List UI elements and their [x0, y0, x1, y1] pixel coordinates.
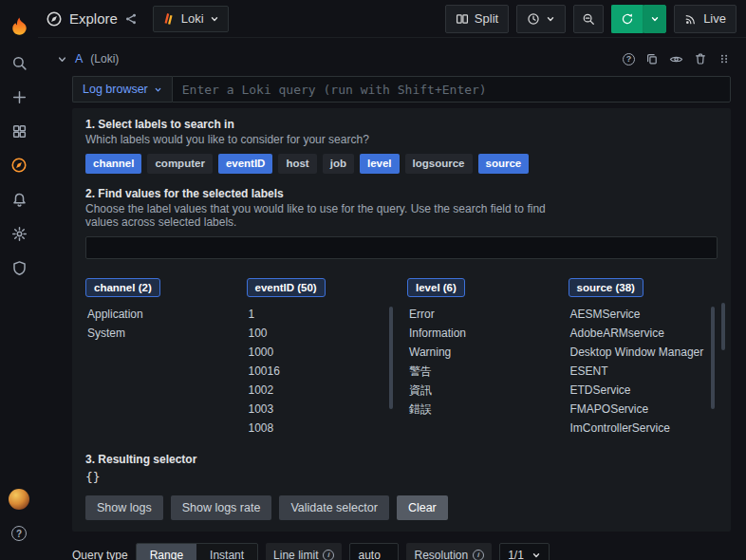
value-item[interactable]: 1000 [247, 343, 397, 362]
label-chip-logsource[interactable]: logsource [405, 154, 473, 174]
datasource-picker[interactable]: Loki [153, 6, 229, 32]
value-column-source: source (38) AESMService AdobeARMservice … [569, 278, 718, 438]
scrollbar[interactable] [721, 303, 725, 350]
resolution-label: Resolution [414, 549, 468, 560]
avatar[interactable] [9, 489, 29, 510]
grafana-logo[interactable] [9, 8, 30, 46]
query-ref-id: A [75, 52, 83, 65]
step1-subtitle: Which labels would you like to consider … [85, 133, 560, 146]
sidebar-item-create[interactable] [0, 80, 38, 114]
value-item[interactable]: 1008 [247, 419, 397, 438]
label-chip-source[interactable]: source [478, 154, 530, 174]
label-chip-eventid[interactable]: eventID [218, 154, 273, 174]
query-type-range-option[interactable]: Range [137, 544, 196, 560]
show-logs-button[interactable]: Show logs [85, 495, 163, 520]
search-icon [11, 55, 28, 71]
sidebar-item-search[interactable] [0, 46, 38, 80]
value-column-header[interactable]: level (6) [407, 278, 465, 297]
live-button-label: Live [703, 11, 726, 26]
explore-pane: A (Loki) Log browser [38, 38, 746, 560]
scrollbar[interactable] [389, 307, 393, 409]
value-item[interactable]: 1002 [247, 381, 397, 400]
share-icon[interactable] [124, 12, 138, 26]
label-chip-level[interactable]: level [360, 154, 400, 174]
duplicate-query-button[interactable] [645, 52, 659, 65]
resolution-select[interactable]: 1/1 [499, 543, 550, 560]
chevron-down-icon [154, 85, 162, 94]
query-type-instant-option[interactable]: Instant [196, 544, 257, 560]
line-limit-input[interactable] [349, 543, 399, 560]
remove-query-button[interactable] [694, 52, 707, 65]
validate-selector-button[interactable]: Validate selector [279, 495, 389, 520]
value-column-header[interactable]: channel (2) [85, 278, 160, 297]
info-icon[interactable] [473, 550, 484, 560]
top-bar: Explore Loki Split [38, 0, 746, 38]
resulting-selector-value: {} [85, 470, 718, 484]
value-item[interactable]: Information [407, 324, 557, 343]
value-item[interactable]: Error [407, 305, 557, 324]
grafana-logo-icon [9, 16, 30, 38]
value-column-header[interactable]: eventID (50) [247, 278, 326, 297]
value-item[interactable]: 資訊 [407, 381, 557, 400]
drag-query-handle[interactable] [718, 52, 731, 65]
value-item[interactable]: 100 [247, 324, 397, 343]
sidebar-item-server-admin[interactable] [0, 251, 38, 285]
sidebar-item-help[interactable] [0, 516, 38, 551]
line-limit-label: Line limit [273, 549, 318, 560]
value-item[interactable]: FMAPOService [569, 400, 718, 419]
query-help-button[interactable] [623, 53, 635, 65]
value-item[interactable]: 警告 [407, 362, 557, 381]
sidebar-item-explore[interactable] [0, 148, 38, 182]
scrollbar[interactable] [711, 307, 715, 409]
step3-title: 3. Resulting selector [85, 453, 718, 466]
label-chip-channel[interactable]: channel [85, 154, 141, 174]
value-item[interactable]: Warning [407, 343, 557, 362]
value-item[interactable]: AESMService [569, 305, 718, 324]
zoom-out-icon [582, 12, 595, 26]
value-item[interactable]: AdobeARMservice [569, 324, 718, 343]
label-chip-host[interactable]: host [278, 154, 316, 174]
value-item[interactable]: 1 [247, 305, 397, 324]
label-chip-row: channel computer eventID host job level … [85, 154, 718, 174]
sidebar [0, 0, 38, 560]
log-browser-toggle-button[interactable]: Log browser [72, 76, 172, 103]
gear-icon [11, 226, 28, 242]
sidebar-item-alerting[interactable] [0, 182, 38, 216]
value-item[interactable]: ESENT [569, 362, 718, 381]
trash-icon [694, 52, 707, 65]
copy-icon [645, 52, 659, 65]
topbar-actions: Split [445, 5, 737, 33]
loki-query-input[interactable] [172, 76, 731, 103]
value-item[interactable]: ETDService [569, 381, 718, 400]
info-icon[interactable] [323, 550, 334, 560]
value-item[interactable]: Application [85, 305, 235, 324]
value-column-header[interactable]: source (38) [569, 278, 643, 297]
value-list: Error Information Warning 警告 資訊 錯誤 [407, 305, 557, 438]
value-item[interactable]: 10016 [247, 362, 397, 381]
live-button[interactable]: Live [674, 5, 737, 33]
value-item[interactable]: System [85, 324, 235, 343]
value-item[interactable]: 1003 [247, 400, 397, 419]
zoom-out-button[interactable] [573, 5, 604, 33]
collapse-query-row-button[interactable] [57, 54, 67, 65]
value-item[interactable]: ImControllerService [569, 419, 718, 438]
label-values-search-input[interactable] [85, 236, 718, 259]
shield-icon [11, 260, 28, 276]
refresh-button-group [611, 5, 666, 33]
main-area: Explore Loki Split [38, 0, 746, 560]
value-item[interactable]: Desktop Window Manager [569, 343, 718, 362]
split-icon [456, 12, 469, 26]
label-chip-job[interactable]: job [323, 154, 354, 174]
disable-query-button[interactable] [669, 52, 683, 66]
sidebar-item-dashboards[interactable] [0, 114, 38, 148]
time-picker-button[interactable] [516, 5, 566, 33]
refresh-button[interactable] [611, 5, 643, 33]
split-button[interactable]: Split [445, 5, 509, 33]
chevron-down-icon [532, 551, 541, 560]
value-item[interactable]: 錯誤 [407, 400, 557, 419]
refresh-interval-dropdown[interactable] [643, 5, 666, 33]
clear-button[interactable]: Clear [397, 495, 448, 520]
label-chip-computer[interactable]: computer [147, 154, 212, 174]
show-logs-rate-button[interactable]: Show logs rate [171, 495, 272, 520]
sidebar-item-configuration[interactable] [0, 216, 38, 251]
